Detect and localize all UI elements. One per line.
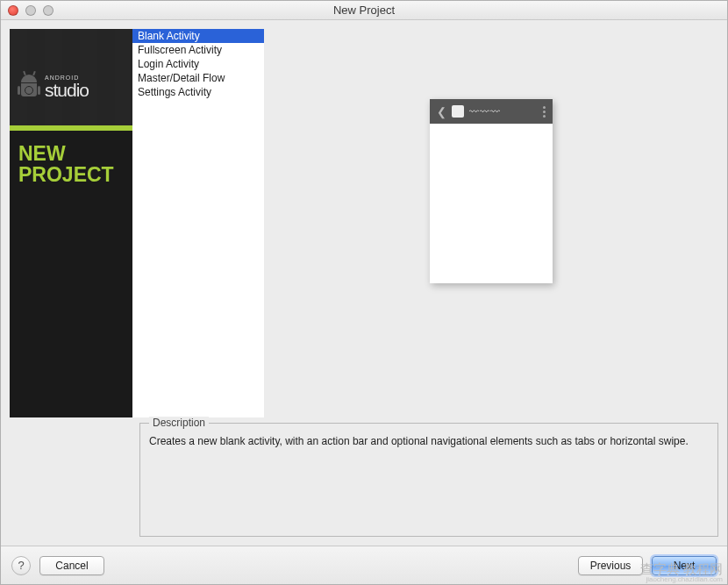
preview-title: 〰〰〰 (469, 106, 538, 117)
button-bar: ? Cancel Previous Next (1, 546, 727, 584)
preview-action-bar: ❮ 〰〰〰 (430, 99, 553, 124)
list-item[interactable]: Login Activity (132, 57, 264, 71)
back-chevron-icon: ❮ (437, 105, 446, 118)
android-icon (18, 75, 39, 99)
upper-pane: ANDROID studio NEW PROJECT Blank Activit… (10, 29, 718, 417)
list-item[interactable]: Settings Activity (132, 85, 264, 99)
wizard-banner: ANDROID studio NEW PROJECT (10, 29, 132, 417)
minimize-icon[interactable] (25, 5, 36, 16)
help-button[interactable]: ? (11, 556, 31, 575)
new-project-window: New Project ANDROID studio (0, 0, 728, 585)
titlebar: New Project (1, 1, 727, 20)
window-title: New Project (1, 4, 727, 17)
overflow-icon (543, 106, 546, 118)
zoom-icon[interactable] (43, 5, 54, 16)
brand-text: ANDROID studio (45, 75, 89, 99)
android-studio-logo: ANDROID studio (18, 75, 89, 99)
list-item[interactable]: Blank Activity (132, 29, 264, 43)
heading-line-2: PROJECT (18, 164, 124, 185)
activity-preview: ❮ 〰〰〰 (430, 99, 553, 283)
previous-button[interactable]: Previous (578, 556, 643, 575)
list-item[interactable]: Master/Detail Flow (132, 71, 264, 85)
banner-heading: NEW PROJECT (18, 143, 124, 185)
heading-line-1: NEW (18, 143, 124, 164)
content-area: ANDROID studio NEW PROJECT Blank Activit… (1, 20, 727, 546)
window-controls (1, 5, 54, 16)
next-button[interactable]: Next (652, 556, 717, 575)
banner-bottom: NEW PROJECT (10, 131, 132, 417)
preview-area: ❮ 〰〰〰 (264, 29, 718, 417)
cancel-button[interactable]: Cancel (39, 556, 104, 575)
description-group: Description Creates a new blank activity… (139, 423, 718, 537)
list-item[interactable]: Fullscreen Activity (132, 43, 264, 57)
activity-template-list[interactable]: Blank Activity Fullscreen Activity Login… (132, 29, 264, 417)
description-text: Creates a new blank activity, with an ac… (149, 434, 709, 449)
banner-top: ANDROID studio (10, 29, 132, 125)
app-icon (452, 105, 464, 118)
description-legend: Description (149, 417, 209, 429)
close-icon[interactable] (8, 5, 18, 16)
brand-big: studio (45, 81, 89, 99)
